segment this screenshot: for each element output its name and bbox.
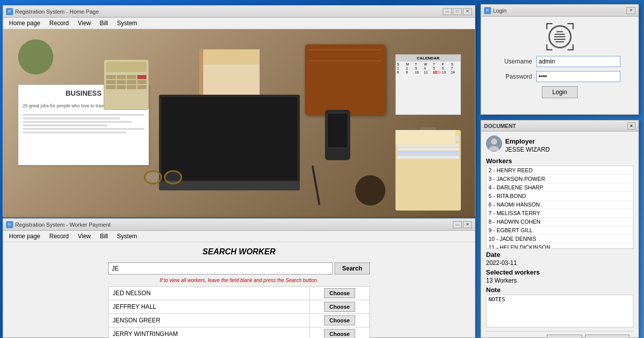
- password-label: Password: [500, 73, 532, 80]
- selected-workers-section: Selected workers 13 Workers: [486, 268, 633, 284]
- desk-calendar: CALENDAR SMT WTFS 123 4567 8910 11121314: [395, 54, 461, 115]
- window-payment: R Registration System - Worker Payment —…: [3, 218, 475, 338]
- password-input[interactable]: [536, 71, 620, 82]
- text-line-1: [23, 114, 144, 116]
- employer-section: Employer JESSE WIZARD: [486, 136, 633, 155]
- bracket-bl: [546, 44, 552, 50]
- payment-close-button[interactable]: ✕: [463, 221, 472, 228]
- document-close-button[interactable]: ✕: [627, 122, 635, 129]
- desk-calculator: [104, 59, 149, 110]
- wallet-stripe: [309, 49, 381, 50]
- payment-menu-system[interactable]: System: [113, 232, 141, 241]
- text-line-4: [23, 124, 108, 126]
- window-main-controls: — □ ✕: [443, 8, 472, 15]
- svg-point-0: [491, 139, 497, 145]
- menu-view[interactable]: View: [74, 19, 95, 28]
- menu-bill[interactable]: Bill: [96, 19, 112, 28]
- window-payment-title-area: R Registration System - Worker Payment: [6, 221, 111, 228]
- workers-list[interactable]: 2 - HENRY REED 3 - JACKSON POWER 4 - DAR…: [486, 166, 633, 249]
- table-row: JENSON GREER Choose: [109, 314, 370, 327]
- window-main-titlebar: R Registration System - Home Page — □ ✕: [3, 6, 475, 18]
- username-input[interactable]: [536, 56, 620, 67]
- payment-menu-homepage[interactable]: Home page: [5, 232, 44, 241]
- window-main: R Registration System - Home Page — □ ✕ …: [3, 5, 475, 217]
- text-line-6: [23, 131, 126, 133]
- bracket-tr: [568, 23, 574, 29]
- worker-item-2[interactable]: 4 - DARLENE SHARP: [487, 183, 633, 192]
- worker-item-5[interactable]: 7 - MELISSA TERRY: [487, 209, 633, 218]
- search-hint: If to view all workers, leave the field …: [108, 278, 370, 283]
- fp-line-3: [554, 36, 566, 37]
- window-login-titlebar: R Login ✕: [481, 5, 638, 17]
- employer-info: Employer JESSE WIZARD: [505, 136, 550, 155]
- restore-button[interactable]: □: [453, 8, 462, 15]
- window-payment-content: SEARCH WORKER Search If to view all work…: [3, 242, 475, 338]
- document-content: Employer JESSE WIZARD Workers 2 - HENRY …: [481, 131, 638, 338]
- date-value: 2022-03-11: [486, 259, 633, 266]
- svg-point-1: [489, 146, 499, 151]
- window-login-title-area: R Login: [484, 7, 507, 14]
- window-main-menubar: Home page Record View Bill System: [3, 18, 475, 29]
- desk-wallet: [305, 44, 385, 115]
- worker-item-8[interactable]: 10 - JADE DENNIS: [487, 235, 633, 243]
- notes-input[interactable]: NOTES: [486, 295, 633, 327]
- hero-image: BUSINESS 25 great jobs for people who lo…: [3, 29, 475, 218]
- choose-cell-1: Choose: [310, 287, 370, 300]
- worker-item-7[interactable]: 9 - EGBERT GILL: [487, 226, 633, 235]
- text-line-3: [23, 121, 132, 123]
- menu-system[interactable]: System: [113, 19, 141, 28]
- worker-item-4[interactable]: 6 - NAOMI HANSON: [487, 200, 633, 209]
- worker-item-9[interactable]: 11 - HELEN DICKINSON: [487, 243, 633, 249]
- search-button[interactable]: Search: [335, 262, 370, 275]
- search-row: Search: [108, 262, 370, 275]
- choose-cell-4: Choose: [310, 327, 370, 339]
- search-input[interactable]: [108, 262, 333, 275]
- table-row: JED NELSON Choose: [109, 287, 370, 300]
- minimize-button[interactable]: —: [443, 8, 452, 15]
- wallet-stripe-2: [309, 60, 381, 61]
- employer-label: Employer: [505, 138, 550, 145]
- fingerprint-graphic: [546, 23, 574, 50]
- window-payment-icon: R: [6, 221, 13, 228]
- worker-item-3[interactable]: 5 - RITA BOND: [487, 192, 633, 200]
- save-button[interactable]: SAVE: [547, 334, 582, 338]
- choose-button-4[interactable]: Choose: [324, 329, 355, 338]
- window-main-content: BUSINESS 25 great jobs for people who lo…: [3, 29, 475, 218]
- table-row: JEFFREY HALL Choose: [109, 300, 370, 314]
- choose-button-3[interactable]: Choose: [324, 315, 355, 325]
- payment-minimize-button[interactable]: —: [453, 221, 462, 228]
- notebook-tab: [203, 49, 260, 64]
- menu-homepage[interactable]: Home page: [5, 19, 44, 28]
- desk-phone: [325, 110, 350, 160]
- worker-name-1: JED NELSON: [109, 287, 310, 300]
- payment-menu-bill[interactable]: Bill: [96, 232, 112, 241]
- login-close-button[interactable]: ✕: [626, 7, 635, 14]
- worker-item-1[interactable]: 3 - JACKSON POWER: [487, 175, 633, 183]
- payment-menu-record[interactable]: Record: [45, 232, 73, 241]
- payment-menu-view[interactable]: View: [74, 232, 95, 241]
- workers-label: Workers: [486, 157, 633, 165]
- glasses-left: [144, 170, 162, 184]
- worker-item-6[interactable]: 8 - HADWIN COHEN: [487, 218, 633, 226]
- close-button[interactable]: ✕: [463, 8, 472, 15]
- menu-record[interactable]: Record: [45, 19, 73, 28]
- employer-name: JESSE WIZARD: [505, 146, 550, 153]
- login-button[interactable]: Login: [542, 86, 578, 98]
- document-title: DOCUMENT: [484, 123, 516, 129]
- fingerprint-lines: [551, 30, 569, 43]
- choose-button-1[interactable]: Choose: [324, 288, 355, 298]
- calc-key: [127, 85, 136, 89]
- window-payment-menubar: Home page Record View Bill System: [3, 231, 475, 242]
- username-row: Username: [500, 56, 620, 67]
- text-line-2: [23, 117, 120, 119]
- document-footer: SAVE CANCEL: [486, 331, 633, 338]
- calc-key: [117, 80, 126, 84]
- cancel-button[interactable]: CANCEL: [585, 334, 629, 338]
- window-main-icon: R: [6, 8, 13, 15]
- calc-key: [106, 80, 116, 84]
- worker-item-0[interactable]: 2 - HENRY REED: [487, 166, 633, 175]
- calc-key: [127, 75, 136, 79]
- choose-button-2[interactable]: Choose: [324, 302, 355, 312]
- glasses-right: [164, 170, 182, 184]
- fp-line-2: [554, 34, 565, 35]
